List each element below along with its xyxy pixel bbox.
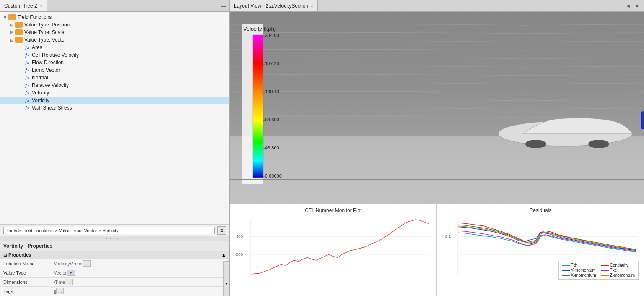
folder-icon-pos: [15, 22, 23, 28]
function-name-edit-btn[interactable]: ...: [83, 260, 91, 267]
folder-icon-scalar: [15, 29, 23, 35]
svg-text:140.40: 140.40: [265, 89, 279, 94]
bottom-panels: CFL Number Monitor Plot 400 200: [230, 204, 644, 296]
legend-tdr: Tdr: [562, 263, 596, 267]
tree-item-area-label: Area: [32, 45, 42, 50]
prop-value-value-type: Vector ▼: [50, 268, 229, 277]
expand-icon: ▼: [2, 15, 8, 20]
folder-icon-vector: [15, 37, 23, 43]
svg-point-3: [525, 140, 546, 148]
breadcrumb-input[interactable]: [3, 227, 215, 234]
cfl-plot-title: CFL Number Monitor Plot: [234, 207, 433, 213]
svg-text:187.20: 187.20: [265, 61, 279, 66]
streamlines-svg: Velocity (kph) 234.00 187.20 140.40 93.6…: [230, 12, 644, 204]
resize-handle[interactable]: • • • • •: [0, 236, 229, 241]
nav-prev[interactable]: ◄: [624, 2, 632, 10]
tree-item-rel-vel[interactable]: ƒx Relative Velocity: [0, 81, 229, 89]
prop-row-dimensions: Dimensions /Time ...: [0, 278, 229, 287]
svg-text:46.800: 46.800: [265, 145, 279, 150]
func-icon-rv: ƒx: [23, 83, 30, 88]
tree-item-position[interactable]: ⊞ Value Type: Position: [0, 21, 229, 29]
svg-rect-0: [230, 12, 644, 136]
func-icon-lv: ƒx: [23, 68, 30, 73]
svg-rect-6: [253, 35, 263, 178]
collapse-icon: ⊟: [3, 253, 7, 257]
tree-item-area[interactable]: ƒx Area: [0, 44, 229, 51]
svg-text:0.00000: 0.00000: [265, 173, 282, 178]
prop-label-function-name: Function Name: [0, 259, 50, 268]
prop-value-function-name: VorticityVector ...: [50, 259, 229, 268]
tree-item-vector[interactable]: ⊟ Value Type: Vector: [0, 36, 229, 44]
properties-section-header: ⊟ Properties ▲: [0, 251, 229, 259]
svg-text:400: 400: [236, 234, 243, 238]
right-panel: Layout View - 2.a.VelocitySection × ◄ ►: [230, 0, 644, 296]
tree-item-lamb-vec-label: Lamb Vector: [32, 67, 60, 73]
legend-y-momentum-line: [562, 270, 570, 271]
func-icon-crv: ƒx: [23, 52, 30, 58]
legend-tke: Tke: [601, 268, 635, 272]
func-icon-ws: ƒx: [23, 105, 30, 110]
tree-item-vorticity[interactable]: ƒx Vorticity: [0, 97, 229, 104]
cfl-plot-svg: 400 200: [234, 215, 433, 280]
dimensions-edit-btn[interactable]: ...: [65, 279, 73, 285]
tree-item-normal[interactable]: ƒx Normal: [0, 74, 229, 81]
nav-next[interactable]: ►: [633, 2, 641, 10]
func-icon-fd: ƒx: [23, 60, 30, 65]
folder-icon: [8, 14, 16, 20]
dimensions-value: /Time: [54, 280, 65, 285]
expand-icon-scalar: ⊞: [8, 30, 15, 35]
expand-icon-vector: ⊟: [8, 38, 15, 42]
layout-view-tab[interactable]: Layout View - 2.a.VelocitySection ×: [230, 0, 318, 11]
tree-item-normal-label: Normal: [32, 75, 48, 81]
svg-text:93.600: 93.600: [265, 117, 279, 122]
breadcrumb-list-btn[interactable]: ≡: [217, 226, 226, 235]
func-icon-vort: ƒx: [23, 98, 30, 103]
prop-label-tags: Tags: [0, 287, 50, 296]
legend-continuity-line: [601, 265, 609, 266]
layout-view-tab-close[interactable]: ×: [311, 3, 313, 8]
tree-item-rel-vel-label: Relative Velocity: [32, 82, 69, 88]
tree-root-label: Field Functions: [18, 14, 52, 20]
tree-item-flow-dir[interactable]: ƒx Flow Direction: [0, 59, 229, 66]
legend-tdr-label: Tdr: [571, 263, 577, 267]
legend-z-momentum: Z-momentum: [601, 273, 635, 278]
tree-item-lamb-vec[interactable]: ƒx Lamb Vector: [0, 66, 229, 74]
tree-item-wall-shear[interactable]: ƒx Wall Shear Stress: [0, 104, 229, 112]
legend-x-momentum: X-momentum: [562, 273, 596, 278]
cfd-viewport: Velocity (kph) 234.00 187.20 140.40 93.6…: [230, 12, 644, 204]
tree-item-velocity-label: Velocity: [32, 90, 49, 96]
tree-item-vorticity-label: Vorticity: [32, 97, 49, 103]
left-tab-bar: Custom Tree 2 × —: [0, 0, 229, 12]
custom-tree-tab-close[interactable]: ×: [40, 3, 42, 8]
properties-section-label: Properties: [8, 252, 31, 257]
properties-scroll-btn[interactable]: ▼: [223, 261, 229, 296]
func-icon-v: ƒx: [23, 90, 30, 95]
tree-root-field-functions[interactable]: ▼ Field Functions: [0, 13, 229, 21]
tags-edit-btn[interactable]: ...: [56, 288, 64, 294]
tree-item-scalar[interactable]: ⊞ Value Type: Scalar: [0, 29, 229, 36]
tree-item-cell-rel-vel-label: Cell Relative Velocity: [32, 52, 79, 58]
cfl-plot-panel: CFL Number Monitor Plot 400 200: [230, 204, 437, 296]
left-panel-minimize[interactable]: —: [218, 3, 229, 8]
tree-item-wall-shear-label: Wall Shear Stress: [32, 105, 72, 111]
tree-item-cell-rel-vel[interactable]: ƒx Cell Relative Velocity: [0, 51, 229, 59]
properties-table: Function Name VorticityVector ... Value …: [0, 259, 229, 296]
custom-tree-tab[interactable]: Custom Tree 2 ×: [0, 0, 47, 11]
tree-item-vector-label: Value Type: Vector: [24, 37, 66, 43]
properties-title: Vorticity - Properties: [0, 241, 229, 251]
cfd-scene: Velocity (kph) 234.00 187.20 140.40 93.6…: [230, 12, 644, 204]
properties-scroll-up[interactable]: ▲: [221, 252, 226, 257]
legend-x-momentum-line: [562, 275, 570, 276]
svg-text:200: 200: [236, 252, 243, 256]
prop-row-value-type: Value Type Vector ▼: [0, 268, 229, 278]
legend-continuity: Continuity: [601, 263, 635, 267]
residuals-legend: Tdr Continuity Y-momentum Tke: [558, 261, 639, 280]
tree-item-velocity[interactable]: ƒx Velocity: [0, 89, 229, 97]
value-type-dropdown-btn[interactable]: ▼: [67, 270, 75, 276]
legend-tdr-line: [562, 265, 570, 266]
legend-tke-line: [601, 270, 609, 271]
tree-item-flow-dir-label: Flow Direction: [32, 60, 64, 65]
svg-rect-1: [230, 136, 644, 204]
value-type-value: Vector: [54, 270, 67, 275]
legend-y-momentum-label: Y-momentum: [571, 268, 596, 272]
